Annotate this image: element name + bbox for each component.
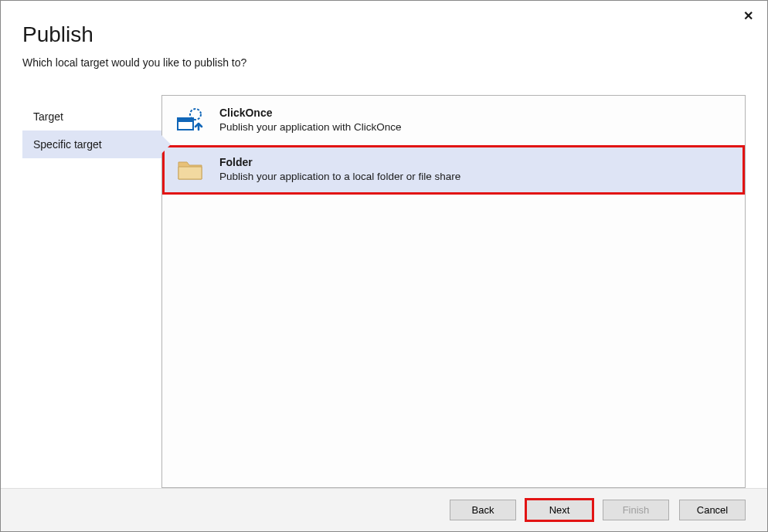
option-folder[interactable]: Folder Publish your application to a loc…: [162, 145, 745, 195]
page-subtitle: Which local target would you like to pub…: [22, 56, 746, 69]
option-desc: Publish your application with ClickOnce: [219, 121, 402, 133]
button-bar: Back Next Finish Cancel: [1, 488, 767, 531]
svg-rect-3: [195, 111, 197, 117]
sidebar-item-label: Specific target: [33, 138, 102, 151]
sidebar-item-target[interactable]: Target: [22, 103, 161, 130]
wizard-steps: Target Specific target: [22, 95, 161, 488]
close-button[interactable]: ✕: [739, 7, 758, 25]
option-text: ClickOnce Publish your application with …: [219, 107, 402, 133]
main: Target Specific target ClickOnce Publish…: [1, 81, 767, 488]
cancel-button[interactable]: Cancel: [679, 500, 746, 520]
header: Publish Which local target would you lik…: [1, 1, 767, 81]
close-icon: ✕: [743, 9, 753, 22]
option-clickonce[interactable]: ClickOnce Publish your application with …: [162, 96, 745, 145]
back-button[interactable]: Back: [450, 500, 516, 520]
finish-button: Finish: [603, 500, 669, 520]
clickonce-icon: [176, 107, 204, 134]
option-title: Folder: [219, 156, 460, 168]
folder-icon: [176, 156, 204, 184]
option-desc: Publish your application to a local fold…: [219, 171, 460, 182]
option-title: ClickOnce: [219, 107, 402, 119]
svg-rect-1: [178, 118, 193, 122]
sidebar-item-specific-target[interactable]: Specific target: [22, 130, 161, 158]
next-button[interactable]: Next: [526, 500, 593, 520]
option-text: Folder Publish your application to a loc…: [219, 156, 460, 182]
target-options: ClickOnce Publish your application with …: [161, 95, 746, 488]
page-title: Publish: [22, 22, 746, 47]
sidebar-item-label: Target: [33, 110, 63, 123]
